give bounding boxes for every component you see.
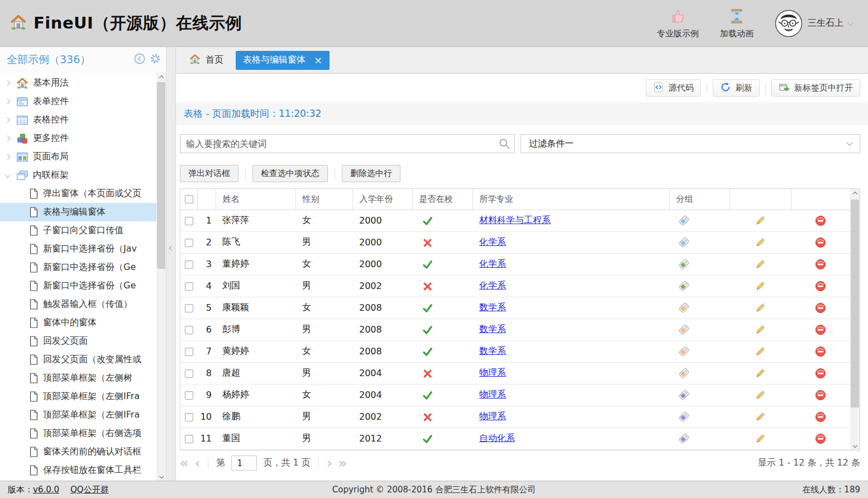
sidebar-item[interactable]: 表单控件 [0, 92, 156, 111]
tab-close-icon[interactable]: × [314, 55, 322, 65]
next-page-button[interactable]: › [327, 457, 332, 470]
table-row[interactable]: 7黄婷婷女2008数学系 [180, 340, 850, 362]
sidebar-item[interactable]: 子窗口向父窗口传值 [0, 221, 156, 240]
sidebar-item[interactable]: 页面布局 [0, 148, 156, 166]
table-row[interactable]: 5康颖颖女2008数学系 [180, 297, 850, 319]
row-checkbox[interactable] [185, 304, 193, 312]
row-checkbox[interactable] [185, 260, 193, 269]
table-row[interactable]: 4刘国男2002化学系 [180, 275, 850, 297]
row-checkbox[interactable] [185, 326, 193, 334]
row-checkbox[interactable] [185, 217, 193, 225]
scroll-down-icon[interactable] [156, 471, 166, 481]
expand-chevron-icon[interactable] [5, 80, 11, 86]
row-checkbox[interactable] [185, 391, 193, 400]
row-checkbox[interactable] [185, 282, 193, 291]
tab-home[interactable]: 首页 [185, 54, 228, 67]
delete-selected-button[interactable]: 删除选中行 [342, 165, 400, 182]
sidebar-item[interactable]: 内联框架 [0, 166, 156, 184]
delete-row-icon[interactable] [815, 345, 826, 356]
collapse-sidebar-icon[interactable] [133, 53, 146, 67]
popup-dialog-button[interactable]: 弹出对话框 [180, 165, 239, 182]
row-checkbox[interactable] [185, 348, 193, 356]
search-icon[interactable] [498, 137, 511, 150]
major-link[interactable]: 数学系 [479, 345, 506, 356]
filter-dropdown[interactable]: 过滤条件一 [521, 134, 860, 153]
edit-pencil-icon[interactable] [755, 236, 766, 247]
sidebar-item[interactable]: 弹出窗体（本页面或父页 [0, 184, 156, 203]
edit-pencil-icon[interactable] [755, 258, 766, 269]
page-number-input[interactable] [231, 456, 257, 471]
edit-pencil-icon[interactable] [755, 345, 766, 356]
version-link[interactable]: v6.0.0 [33, 485, 59, 495]
gear-icon[interactable] [149, 53, 161, 67]
sidebar-item[interactable]: 新窗口中选择省份（Ge [0, 258, 156, 277]
delete-row-icon[interactable] [815, 367, 826, 378]
refresh-button[interactable]: 刷新 [713, 79, 760, 97]
table-row[interactable]: 6彭博男2008数学系 [180, 319, 850, 340]
select-all-checkbox[interactable] [185, 195, 193, 203]
sidebar-item[interactable]: 保存按钮放在窗体工具栏 [0, 461, 156, 480]
major-link[interactable]: 化学系 [479, 280, 506, 291]
tab-active[interactable]: 表格与编辑窗体 × [236, 51, 330, 70]
table-row[interactable]: 3董婷婷女2000化学系 [180, 253, 850, 275]
sidebar-item[interactable]: 回发父页面（改变属性或 [0, 350, 156, 369]
edit-pencil-icon[interactable] [755, 324, 766, 334]
row-checkbox[interactable] [185, 413, 193, 421]
table-row[interactable]: 10徐鹏男2002物理系 [180, 406, 850, 428]
major-link[interactable]: 数学系 [479, 302, 506, 312]
row-checkbox[interactable] [185, 369, 193, 378]
check-selected-button[interactable]: 检查选中项状态 [252, 165, 328, 182]
sidebar-item[interactable]: 回发父页面 [0, 332, 156, 350]
major-link[interactable]: 化学系 [479, 258, 506, 269]
sidebar-item[interactable]: 顶部菜单框架（右侧选项 [0, 424, 156, 443]
major-link[interactable]: 化学系 [479, 236, 506, 247]
sidebar-item[interactable]: 窗体中的窗体 [0, 314, 156, 332]
sidebar-item[interactable]: 触发器输入框（传值） [0, 295, 156, 314]
delete-row-icon[interactable] [815, 324, 826, 334]
delete-row-icon[interactable] [815, 411, 826, 422]
sidebar-item[interactable]: 表格与编辑窗体 [0, 203, 156, 221]
sidebar-item[interactable]: 顶部菜单框架（左侧树 [0, 369, 156, 387]
last-page-button[interactable]: » [338, 457, 347, 470]
row-checkbox[interactable] [185, 435, 193, 443]
delete-row-icon[interactable] [815, 215, 826, 225]
expand-chevron-icon[interactable] [5, 154, 11, 160]
sidebar-item[interactable]: 新窗口中选择省份（Ge [0, 277, 156, 295]
sidebar-item[interactable]: 顶部菜单框架（左侧IFra [0, 387, 156, 406]
scroll-up-icon[interactable] [156, 73, 166, 82]
major-link[interactable]: 物理系 [479, 367, 506, 378]
expand-chevron-icon[interactable] [5, 173, 11, 178]
sidebar-item[interactable]: 基本用法 [0, 74, 156, 92]
pro-version-link[interactable]: 专业版示例 [657, 8, 699, 39]
edit-pencil-icon[interactable] [755, 411, 766, 422]
table-row[interactable]: 11董国男2012自动化系 [180, 428, 850, 449]
major-link[interactable]: 物理系 [479, 411, 506, 421]
delete-row-icon[interactable] [815, 258, 826, 269]
search-input[interactable] [180, 134, 515, 153]
table-row[interactable]: 9杨婷婷女2004物理系 [180, 384, 850, 406]
table-row[interactable]: 8唐超男2004物理系 [180, 362, 850, 384]
edit-pencil-icon[interactable] [755, 215, 766, 225]
major-link[interactable]: 自动化系 [479, 433, 515, 443]
sidebar-item[interactable]: 表格控件 [0, 111, 156, 129]
edit-pencil-icon[interactable] [755, 390, 766, 400]
sidebar-item[interactable]: 更多控件 [0, 129, 156, 148]
scrollbar-thumb[interactable] [851, 200, 859, 407]
scroll-down-icon[interactable] [850, 440, 860, 450]
row-checkbox[interactable] [185, 239, 193, 247]
user-menu[interactable]: 三生石上 [775, 10, 852, 37]
first-page-button[interactable]: « [180, 457, 189, 470]
loading-animation-link[interactable]: 加载动画 [720, 8, 753, 39]
delete-row-icon[interactable] [815, 433, 826, 444]
delete-row-icon[interactable] [815, 302, 826, 312]
scroll-up-icon[interactable] [850, 189, 860, 198]
edit-pencil-icon[interactable] [755, 433, 766, 444]
sidebar-splitter[interactable] [166, 47, 176, 481]
grid-scrollbar[interactable] [850, 189, 860, 450]
table-row[interactable]: 1张萍萍女2000材料科学与工程系 [180, 210, 850, 231]
prev-page-button[interactable]: ‹ [195, 457, 201, 470]
edit-pencil-icon[interactable] [755, 302, 766, 312]
major-link[interactable]: 数学系 [479, 324, 506, 334]
edit-pencil-icon[interactable] [755, 367, 766, 378]
expand-chevron-icon[interactable] [5, 117, 11, 123]
